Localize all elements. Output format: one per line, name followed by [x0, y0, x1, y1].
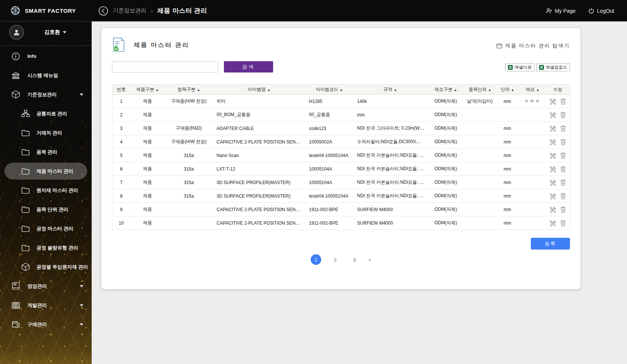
sidebar-item-process-material[interactable]: 공정별 투입원자재 관리: [0, 257, 92, 276]
cell-5: SURFIEW M4000: [354, 203, 427, 216]
sidebar-item-item-mgmt[interactable]: 품목 관리: [0, 142, 92, 162]
excel-download-label: 엑셀다운: [515, 65, 532, 70]
sort-asc-icon[interactable]: ▲: [267, 88, 270, 92]
wallet-icon: [12, 321, 20, 328]
delete-trash-icon[interactable]: [560, 166, 566, 172]
sidebar-item-base-info[interactable]: 기준정보관리: [0, 85, 92, 104]
delete-trash-icon[interactable]: [560, 193, 566, 199]
column-header[interactable]: 제조구분▲: [427, 85, 465, 95]
breadcrumb-separator: ›: [151, 8, 153, 14]
column-header[interactable]: 메모▲: [520, 85, 546, 95]
sidebar-item-info[interactable]: Info: [0, 47, 92, 66]
sort-asc-icon[interactable]: ▲: [394, 88, 397, 92]
sidebar-item-sales[interactable]: 영업관리: [0, 276, 92, 296]
delete-trash-icon[interactable]: [560, 98, 566, 105]
my-page-link[interactable]: My Page: [546, 8, 576, 14]
cell-7: 낱개(아답터): [465, 95, 496, 108]
sidebar-item-common-data[interactable]: 공통자료 관리: [0, 104, 92, 123]
sort-asc-icon[interactable]: ▲: [454, 88, 457, 92]
cell-2: [165, 203, 213, 216]
window-icon: [496, 44, 502, 48]
delete-trash-icon[interactable]: [560, 125, 566, 132]
excel-upload-button[interactable]: 엑셀업로드: [536, 63, 570, 71]
cell-8: [496, 108, 520, 122]
sidebar-item-system-manual[interactable]: 시스템 매뉴얼: [0, 66, 92, 85]
column-header[interactable]: 품목단위▲: [465, 85, 496, 95]
column-header-label: 아이템코드: [316, 87, 338, 92]
table-header-row: 번호제품구분▲항목구분▲아이템명▲아이템코드▲규격▲제조구분▲품목단위▲단위▲메…: [112, 85, 570, 95]
logout-link[interactable]: LogOut: [588, 8, 614, 14]
back-arrow-icon[interactable]: [98, 6, 108, 16]
delete-trash-icon[interactable]: [560, 152, 566, 159]
sort-asc-icon[interactable]: ▲: [340, 88, 343, 92]
sort-asc-icon[interactable]: ▲: [156, 88, 159, 92]
column-header[interactable]: 규격▲: [354, 85, 427, 95]
avatar[interactable]: [9, 25, 24, 40]
search-input[interactable]: [112, 61, 218, 72]
cell-actions: [546, 189, 570, 203]
cell-1: 제품: [130, 216, 165, 230]
edit-tools-icon[interactable]: [549, 112, 556, 118]
breadcrumb-parent[interactable]: 기준정보관리: [113, 7, 147, 14]
main-area: 제품 마스터 관리 제품 마스터 관리 탐색기 검색: [92, 21, 627, 364]
sort-asc-icon[interactable]: ▲: [488, 88, 491, 92]
sidebar-item-product-master[interactable]: 제품 마스터 관리: [0, 162, 92, 181]
my-page-label: My Page: [555, 8, 576, 14]
delete-trash-icon[interactable]: [560, 206, 566, 213]
cell-3: CAPACITIVE 2-PLATE POSITION SENSOR: [213, 216, 305, 230]
register-button[interactable]: 등록: [531, 238, 570, 249]
sidebar-item-process-master[interactable]: 공정 마스터 관리: [0, 219, 92, 238]
delete-trash-icon[interactable]: [560, 179, 566, 186]
sort-asc-icon[interactable]: ▲: [536, 88, 539, 92]
cell-2: 315a: [165, 189, 213, 203]
edit-tools-icon[interactable]: [549, 125, 556, 132]
chevron-down-icon: [80, 94, 83, 96]
sidebar-item-clients[interactable]: 거래처 관리: [0, 123, 92, 142]
sidebar-item-item-unit[interactable]: 품목 단위 관리: [0, 200, 92, 219]
delete-trash-icon[interactable]: [560, 220, 566, 227]
cell-9: [520, 122, 546, 135]
column-header-label: 수정: [553, 87, 562, 92]
edit-tools-icon[interactable]: [549, 206, 556, 213]
search-button[interactable]: 검색: [224, 61, 273, 72]
sidebar-item-dev[interactable]: 개발관리: [0, 296, 92, 315]
column-header[interactable]: 단위▲: [496, 85, 520, 95]
cube-icon: [12, 90, 20, 99]
user-menu[interactable]: 김호환: [44, 29, 66, 36]
edit-tools-icon[interactable]: [549, 152, 556, 159]
explorer-link[interactable]: 제품 마스터 관리 탐색기: [496, 42, 570, 49]
edit-tools-icon[interactable]: [549, 193, 556, 199]
cell-4: H1285: [305, 95, 354, 108]
sort-asc-icon[interactable]: ▲: [197, 88, 200, 92]
sidebar-item-purchase[interactable]: 구매관리: [0, 315, 92, 334]
column-header-label: 품목단위: [469, 87, 487, 92]
sidebar-item-label: 공정별 투입원자재 관리: [36, 264, 88, 270]
page-3[interactable]: 3: [349, 254, 360, 265]
sidebar-item-process-defect[interactable]: 공정 불량유형 관리: [0, 238, 92, 257]
edit-tools-icon[interactable]: [549, 179, 556, 186]
cell-3: 3D SURFACE PROFILER(MASTER): [213, 189, 305, 203]
page-1[interactable]: 1: [311, 254, 321, 265]
column-header[interactable]: 아이템명▲: [213, 85, 305, 95]
cell-7: [465, 108, 496, 122]
column-header[interactable]: 제품구분▲: [130, 85, 165, 95]
page-2[interactable]: 2: [330, 254, 340, 265]
cell-1: 제품: [130, 189, 165, 203]
edit-tools-icon[interactable]: [549, 166, 556, 172]
column-header[interactable]: 아이템코드▲: [305, 85, 354, 95]
cell-9: [520, 135, 546, 149]
edit-tools-icon[interactable]: [549, 139, 556, 145]
delete-trash-icon[interactable]: [560, 112, 566, 118]
delete-trash-icon[interactable]: [560, 139, 566, 145]
edit-tools-icon[interactable]: [549, 220, 556, 227]
column-header[interactable]: 항목구분▲: [165, 85, 213, 95]
sidebar-item-material-master[interactable]: 원자재 마스터 관리: [0, 181, 92, 200]
excel-download-button[interactable]: 엑셀다운: [505, 63, 535, 71]
cell-2: [165, 108, 213, 122]
cell-9: [520, 203, 546, 216]
edit-tools-icon[interactable]: [549, 98, 556, 105]
cell-5: NDI 전극 카본슬러리;NDI모듈; PO...: [354, 176, 427, 189]
table-row: 7제품315a3D SURFACE PROFILER(MASTER)100051…: [112, 176, 570, 189]
page-next[interactable]: »: [368, 257, 371, 263]
sort-asc-icon[interactable]: ▲: [511, 88, 514, 92]
